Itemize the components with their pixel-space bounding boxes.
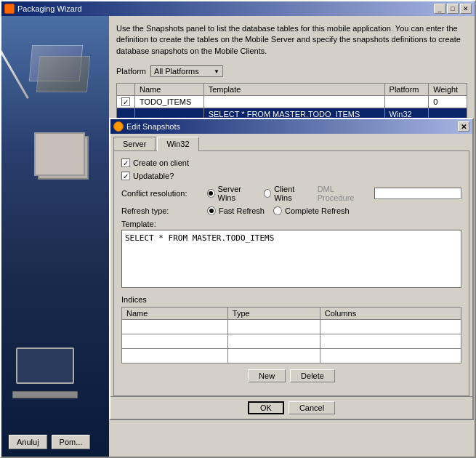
tab-bar: Server Win32 <box>113 137 469 150</box>
indices-col-columns: Columns <box>320 308 461 320</box>
conflict-resolution-row: Conflict resolution: Server Wins Client … <box>121 185 461 202</box>
new-button[interactable]: New <box>248 369 286 382</box>
table-row[interactable]: ✓ TODO_ITEMS 0 <box>117 96 467 108</box>
maximize-button[interactable]: □ <box>447 4 459 14</box>
edit-title-bar: Edit Snapshots ✕ <box>110 119 472 134</box>
dialog-title: Edit Snapshots <box>126 122 180 131</box>
indices-cell <box>320 349 461 363</box>
indices-cell <box>227 349 320 363</box>
updatable-text: Updatable? <box>133 172 174 180</box>
indices-cell <box>227 334 320 349</box>
laptop-decoration <box>12 347 78 398</box>
indices-section: Indices Name Type Columns <box>121 295 461 363</box>
platform-label: Platform <box>116 67 146 76</box>
server-wins-text: Server Wins <box>218 185 255 202</box>
app-icon <box>4 4 15 14</box>
col-checkbox <box>117 84 135 96</box>
edit-title-left: Edit Snapshots <box>113 121 180 132</box>
title-bar-left: Packaging Wizard <box>4 4 82 14</box>
row-name: TODO_ITEMS <box>135 96 204 108</box>
dml-procedure-label: DML Procedure <box>318 185 366 202</box>
refresh-type-row: Refresh type: Fast Refresh Complete Refr… <box>121 206 461 215</box>
template-row: Template: SELECT * FROM MASTER.TODO_ITEM… <box>121 220 461 289</box>
title-bar: Packaging Wizard _ □ ✕ <box>1 1 475 16</box>
refresh-radio-group: Fast Refresh Complete Refresh <box>207 206 350 215</box>
refresh-type-label: Refresh type: <box>121 206 201 215</box>
server-wins-label[interactable]: Server Wins <box>207 185 255 202</box>
indices-cell <box>122 320 228 334</box>
title-bar-buttons: _ □ ✕ <box>434 4 472 14</box>
cancel-button[interactable]: Anuluj <box>9 435 47 449</box>
row-platform <box>384 96 429 108</box>
ok-button[interactable]: OK <box>248 401 284 414</box>
template-textarea[interactable]: SELECT * FROM MASTER.TODO_ITEMS <box>121 230 461 288</box>
indices-empty-row <box>122 320 461 334</box>
help-button[interactable]: Pom... <box>52 435 91 449</box>
laptop-base <box>12 391 78 398</box>
fast-refresh-label[interactable]: Fast Refresh <box>207 206 265 215</box>
wizard-bottom-buttons: Anuluj Pom... <box>1 435 109 449</box>
description-text: Use the Snapshots panel to list the data… <box>116 23 467 57</box>
dialog-icon <box>113 121 124 132</box>
indices-cell <box>227 320 320 334</box>
tab-server[interactable]: Server <box>113 137 156 150</box>
dropdown-arrow-icon: ▼ <box>214 68 219 75</box>
updatable-checkbox[interactable]: ✓ <box>121 172 130 180</box>
server-wins-radio[interactable] <box>207 189 215 198</box>
create-on-client-checkbox[interactable]: ✓ <box>121 158 130 167</box>
conflict-radio-group: Server Wins Client Wins DML Procedure <box>207 185 461 202</box>
delete-button[interactable]: Delete <box>290 369 335 382</box>
indices-table: Name Type Columns <box>121 307 461 363</box>
updatable-row: ✓ Updatable? <box>121 172 461 180</box>
indices-action-buttons: New Delete <box>121 363 461 388</box>
indices-body <box>122 320 461 363</box>
main-content: Anuluj Pom... Use the Snapshots panel to… <box>1 16 475 457</box>
template-label: Template: <box>121 220 461 228</box>
left-panel: Anuluj Pom... <box>1 16 109 457</box>
col-template: Template <box>203 84 384 96</box>
dialog-ok-cancel-buttons: OK Cancel <box>110 396 472 419</box>
indices-cell <box>122 349 228 363</box>
client-wins-radio[interactable] <box>264 189 272 198</box>
complete-refresh-label[interactable]: Complete Refresh <box>273 206 350 215</box>
create-on-client-label[interactable]: ✓ Create on client <box>121 158 189 167</box>
close-button[interactable]: ✕ <box>460 4 472 14</box>
dialog-close-button[interactable]: ✕ <box>458 121 469 132</box>
laptop-screen <box>16 347 74 384</box>
platform-row: Platform All Platforms ▼ <box>116 65 467 77</box>
fast-refresh-text: Fast Refresh <box>219 206 265 215</box>
create-on-client-text: Create on client <box>133 158 189 167</box>
art-square-2 <box>36 56 90 92</box>
row-template <box>203 96 384 108</box>
complete-refresh-text: Complete Refresh <box>285 206 350 215</box>
indices-cell <box>320 334 461 349</box>
tab-win32[interactable]: Win32 <box>157 137 198 151</box>
row-checkbox[interactable]: ✓ <box>117 96 135 108</box>
right-panel: Use the Snapshots panel to list the data… <box>109 16 475 457</box>
wizard-art <box>1 16 109 457</box>
main-window: Packaging Wizard _ □ ✕ Anuluj <box>0 0 476 458</box>
art-box-1 <box>34 132 85 176</box>
indices-cell <box>320 320 461 334</box>
wand-decoration <box>1 35 29 99</box>
minimize-button[interactable]: _ <box>434 4 445 14</box>
indices-label: Indices <box>121 295 461 304</box>
indices-cell <box>122 334 228 349</box>
col-platform: Platform <box>384 84 429 96</box>
client-wins-label[interactable]: Client Wins <box>264 185 309 202</box>
fast-refresh-radio[interactable] <box>207 206 216 215</box>
row-weight: 0 <box>429 96 467 108</box>
updatable-label[interactable]: ✓ Updatable? <box>121 172 174 180</box>
edit-snapshots-dialog: Edit Snapshots ✕ Server Win32 <box>109 118 474 420</box>
window-title: Packaging Wizard <box>17 4 82 13</box>
create-on-client-row: ✓ Create on client <box>121 158 461 167</box>
tab-content: ✓ Create on client ✓ Updatable? Conflic <box>113 150 469 396</box>
platform-dropdown[interactable]: All Platforms ▼ <box>150 65 223 77</box>
dml-procedure-input[interactable] <box>374 188 461 199</box>
col-weight: Weight <box>429 84 467 96</box>
complete-refresh-radio[interactable] <box>273 206 282 215</box>
dialog-cancel-button[interactable]: Cancel <box>289 401 335 414</box>
indices-empty-row <box>122 334 461 349</box>
checkbox-icon: ✓ <box>121 97 130 106</box>
conflict-resolution-label: Conflict resolution: <box>121 189 201 198</box>
